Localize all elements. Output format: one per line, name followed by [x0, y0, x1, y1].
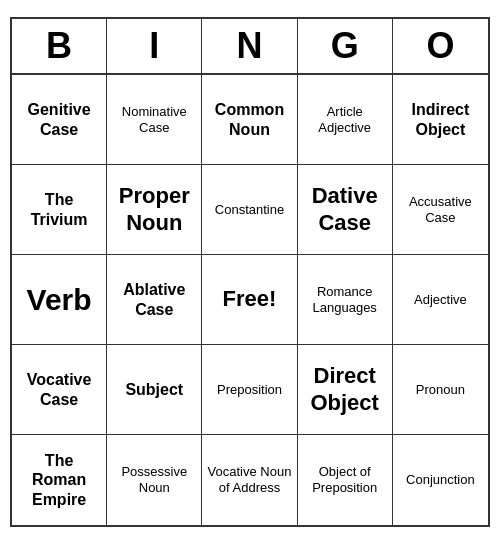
header-letter-B: B [12, 19, 107, 73]
header-letter-N: N [202, 19, 297, 73]
bingo-cell-10: Verb [12, 255, 107, 345]
bingo-cell-text-9: Accusative Case [397, 194, 484, 225]
bingo-cell-18: Direct Object [298, 345, 393, 435]
bingo-header: BINGO [12, 19, 488, 75]
bingo-card: BINGO Genitive CaseNominative CaseCommon… [10, 17, 490, 527]
header-letter-O: O [393, 19, 488, 73]
header-letter-I: I [107, 19, 202, 73]
bingo-cell-text-11: Ablative Case [111, 280, 197, 318]
bingo-cell-text-10: Verb [16, 282, 102, 318]
bingo-cell-14: Adjective [393, 255, 488, 345]
bingo-cell-text-8: Dative Case [302, 183, 388, 236]
header-letter-G: G [298, 19, 393, 73]
bingo-cell-1: Nominative Case [107, 75, 202, 165]
bingo-cell-text-6: Proper Noun [111, 183, 197, 236]
bingo-cell-21: Possessive Noun [107, 435, 202, 525]
bingo-cell-7: Constantine [202, 165, 297, 255]
bingo-cell-16: Subject [107, 345, 202, 435]
bingo-cell-text-14: Adjective [397, 292, 484, 308]
bingo-cell-text-24: Conjunction [397, 472, 484, 488]
bingo-cell-11: Ablative Case [107, 255, 202, 345]
bingo-cell-text-19: Pronoun [397, 382, 484, 398]
bingo-cell-text-20: The Roman Empire [16, 451, 102, 509]
bingo-cell-text-2: Common Noun [206, 100, 292, 138]
bingo-cell-2: Common Noun [202, 75, 297, 165]
bingo-cell-text-4: Indirect Object [397, 100, 484, 138]
bingo-cell-text-5: The Trivium [16, 190, 102, 228]
bingo-cell-0: Genitive Case [12, 75, 107, 165]
bingo-cell-24: Conjunction [393, 435, 488, 525]
bingo-cell-text-23: Object of Preposition [302, 464, 388, 495]
bingo-cell-9: Accusative Case [393, 165, 488, 255]
bingo-cell-20: The Roman Empire [12, 435, 107, 525]
bingo-cell-text-0: Genitive Case [16, 100, 102, 138]
bingo-cell-text-3: Article Adjective [302, 104, 388, 135]
bingo-cell-3: Article Adjective [298, 75, 393, 165]
bingo-cell-13: Romance Languages [298, 255, 393, 345]
bingo-cell-text-7: Constantine [206, 202, 292, 218]
bingo-cell-text-1: Nominative Case [111, 104, 197, 135]
bingo-cell-text-13: Romance Languages [302, 284, 388, 315]
bingo-cell-17: Preposition [202, 345, 297, 435]
bingo-cell-text-21: Possessive Noun [111, 464, 197, 495]
bingo-cell-8: Dative Case [298, 165, 393, 255]
bingo-cell-19: Pronoun [393, 345, 488, 435]
bingo-cell-text-15: Vocative Case [16, 370, 102, 408]
bingo-cell-15: Vocative Case [12, 345, 107, 435]
bingo-grid: Genitive CaseNominative CaseCommon NounA… [12, 75, 488, 525]
bingo-cell-text-22: Vocative Noun of Address [206, 464, 292, 495]
bingo-cell-text-17: Preposition [206, 382, 292, 398]
bingo-cell-5: The Trivium [12, 165, 107, 255]
bingo-cell-22: Vocative Noun of Address [202, 435, 297, 525]
bingo-cell-text-18: Direct Object [302, 363, 388, 416]
bingo-cell-text-16: Subject [111, 380, 197, 399]
bingo-cell-23: Object of Preposition [298, 435, 393, 525]
bingo-cell-text-12: Free! [206, 286, 292, 312]
bingo-cell-4: Indirect Object [393, 75, 488, 165]
bingo-cell-12: Free! [202, 255, 297, 345]
bingo-cell-6: Proper Noun [107, 165, 202, 255]
